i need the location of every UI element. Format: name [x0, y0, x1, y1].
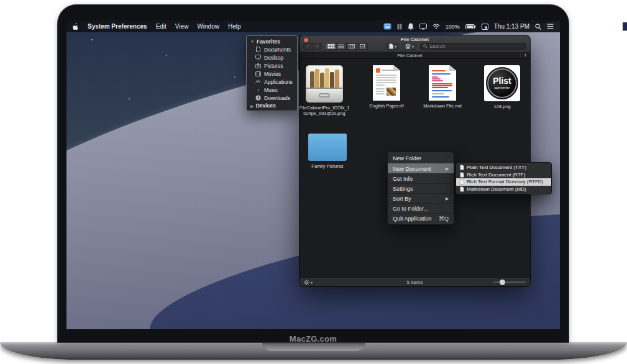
sidebar-item-desktop[interactable]: Desktop	[247, 53, 297, 61]
column-view-icon	[349, 44, 355, 48]
file-cabinet-thumbnail	[306, 65, 343, 102]
sidebar-item-label: Desktop	[264, 55, 283, 61]
submenu-item-label: Rich Text Format Directory (RTFD)	[467, 179, 543, 184]
brand-text: MacZG.com	[58, 334, 569, 344]
folder-family-pictures[interactable]: Family Pictures	[300, 129, 355, 169]
columns-menu-icon[interactable]	[397, 24, 402, 30]
menu-item-label: New Document	[393, 166, 431, 172]
bell-icon[interactable]	[408, 23, 414, 30]
spotlight-search-icon[interactable]	[535, 24, 541, 30]
music-icon: ♪	[255, 87, 261, 93]
new-document-toolbar-button[interactable]: ▾	[387, 43, 399, 50]
menu-view[interactable]: View	[175, 23, 189, 30]
menu-window[interactable]: Window	[197, 23, 219, 30]
window-switcher-icon[interactable]	[482, 24, 488, 30]
stacks-toolbar-button[interactable]: ▾	[403, 43, 416, 50]
new-document-submenu: Plain Text Document (TXT) Rich Text Docu…	[455, 162, 552, 194]
file-filecabinetpro-png[interactable]: FileCabinetPro_ICON_1024px_001@2x.png	[300, 65, 352, 116]
menu-clock[interactable]: Thu 1:13 PM	[494, 23, 529, 30]
submenu-item-label: Markdown Document (MD)	[467, 186, 526, 192]
sidebar-item-documents[interactable]: Documents	[247, 45, 297, 53]
rtf-document-thumbnail	[373, 65, 400, 101]
new-tab-button[interactable]: +	[520, 52, 530, 58]
favorites-panel: ▼ Favorites Documents Desktop Pictures	[246, 35, 298, 111]
display-mirroring-icon[interactable]	[419, 24, 427, 30]
sidebar-item-label: Pictures	[264, 63, 283, 69]
plist-logo-subtext: converter	[494, 85, 510, 90]
file-128-png[interactable]: Plist converter 128.png	[475, 65, 529, 109]
document-icon	[460, 186, 464, 192]
sidebar-section-devices[interactable]: ▶ Devices	[247, 102, 297, 109]
document-icon	[460, 172, 464, 178]
sidebar-item-downloads[interactable]: Downloads	[247, 94, 297, 102]
file-name: 128.png	[493, 104, 510, 109]
menu-item-quit-application[interactable]: Quit Application ⌘Q	[388, 213, 454, 223]
mockup-stage: MacZG.com System Preferences Edit View W…	[0, 0, 627, 364]
column-view-button[interactable]	[347, 43, 357, 50]
list-view-icon	[338, 44, 344, 48]
menu-edit[interactable]: Edit	[156, 23, 167, 30]
md-document-thumbnail	[429, 65, 456, 101]
back-button[interactable]: ‹	[303, 43, 313, 50]
desktop-icon	[255, 55, 261, 60]
menu-item-new-folder[interactable]: New Folder	[388, 153, 454, 163]
menu-item-shortcut: ⌘Q	[439, 216, 449, 222]
menu-item-sort-by[interactable]: Sort By ▶	[388, 193, 454, 203]
submenu-item-label: Rich Text Document (RTF)	[467, 172, 525, 178]
menu-item-label: New Folder	[393, 155, 421, 162]
menu-help[interactable]: Help	[228, 23, 241, 30]
tab-file-cabinet[interactable]: File Cabinet	[300, 53, 520, 58]
forward-button[interactable]: ›	[313, 43, 322, 50]
submenu-item-markdown-md[interactable]: Markdown Document (MD)	[456, 186, 551, 193]
tab-bar: File Cabinet +	[300, 52, 530, 59]
list-view-button[interactable]	[336, 43, 347, 50]
grid-view-icon	[328, 44, 334, 48]
gallery-view-button[interactable]	[357, 43, 368, 50]
favorites-header[interactable]: ▼ Favorites	[247, 38, 297, 45]
menu-app-name[interactable]: System Preferences	[88, 23, 147, 30]
file-markdown-md[interactable]: Markdown File.md	[415, 65, 470, 109]
menu-item-go-to-folder[interactable]: Go to Folder...	[388, 203, 454, 213]
submenu-item-label: Plain Text Document (TXT)	[467, 165, 526, 170]
submenu-item-rich-text-format-directory-rtfd[interactable]: Rich Text Format Directory (RTFD)	[456, 178, 551, 186]
chevron-down-icon: ▾	[412, 44, 414, 48]
wifi-icon[interactable]	[432, 24, 440, 29]
grid-view-button[interactable]	[326, 43, 336, 50]
submenu-arrow-icon: ▶	[446, 166, 449, 171]
battery-percent[interactable]: 100%	[446, 24, 460, 30]
disclosure-right-icon[interactable]: ▶	[250, 104, 254, 108]
icon-size-slider[interactable]	[493, 281, 526, 283]
sidebar-item-applications[interactable]: Applications	[247, 78, 297, 86]
submenu-item-rich-text-rtf[interactable]: Rich Text Document (RTF)	[456, 171, 551, 179]
chevron-down-icon: ▾	[395, 44, 396, 48]
search-icon	[423, 44, 428, 48]
plist-converter-thumbnail: Plist converter	[484, 65, 520, 101]
sidebar-item-label: Movies	[264, 71, 281, 77]
notification-center-icon[interactable]	[547, 24, 554, 29]
laptop-base	[0, 342, 627, 360]
battery-icon[interactable]	[465, 24, 476, 29]
file-english-paper-rtf[interactable]: English Paper.rtf	[359, 65, 414, 109]
sidebar-item-movies[interactable]: Movies	[247, 70, 297, 78]
file-cabinet-menu-icon[interactable]	[383, 23, 391, 30]
toolbar: ‹ ›	[300, 42, 530, 50]
disclosure-down-icon[interactable]: ▼	[250, 40, 254, 43]
search-input[interactable]: Search	[420, 43, 526, 50]
menu-item-get-info[interactable]: Get Info	[388, 173, 454, 183]
submenu-item-plain-text-txt[interactable]: Plain Text Document (TXT)	[456, 164, 551, 171]
menu-item-new-document[interactable]: New Document ▶	[388, 163, 454, 173]
document-icon	[460, 179, 464, 184]
laptop-hinge-notch	[262, 342, 365, 351]
document-icon	[460, 165, 464, 170]
folder-icon	[308, 134, 347, 161]
screen: System Preferences Edit View Window Help	[66, 20, 560, 329]
close-button[interactable]	[304, 38, 308, 42]
sidebar-item-pictures[interactable]: Pictures	[247, 61, 297, 70]
apple-icon[interactable]	[73, 23, 79, 30]
favorites-header-label: Favorites	[257, 39, 280, 45]
sidebar-item-music[interactable]: ♪ Music	[247, 86, 297, 94]
slider-thumb[interactable]	[500, 280, 505, 285]
menu-item-label: Sort By	[393, 196, 411, 202]
menu-item-settings[interactable]: Settings	[388, 183, 454, 193]
window-header[interactable]: File Cabinet ‹ ›	[300, 35, 530, 52]
